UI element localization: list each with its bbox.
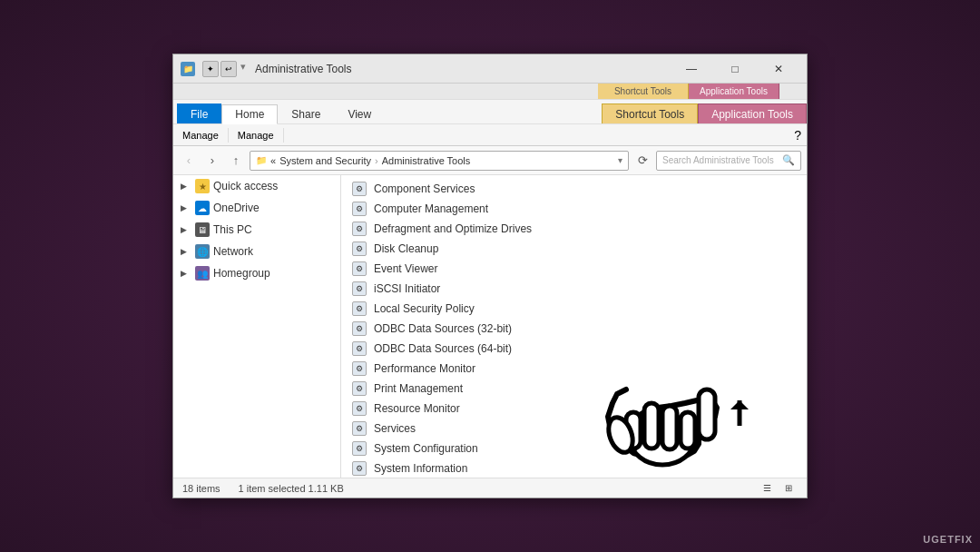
window-controls: — □ ✕ <box>671 55 799 83</box>
file-item[interactable]: ⚙iSCSI Initiator <box>341 279 807 299</box>
search-icon: 🔍 <box>782 154 795 166</box>
file-icon: ⚙ <box>352 421 367 436</box>
forward-button[interactable]: › <box>202 151 222 171</box>
file-item[interactable]: ⚙System Information <box>341 458 807 478</box>
onedrive-expand-icon: ▶ <box>181 203 191 212</box>
file-icon: ⚙ <box>352 441 367 456</box>
file-name: Defragment and Optimize Drives <box>374 222 532 235</box>
file-icon: ⚙ <box>352 222 367 236</box>
file-item[interactable]: ⚙Local Security Policy <box>341 299 807 319</box>
up-button[interactable]: ↑ <box>226 151 246 171</box>
sidebar: ▶ ★ Quick access ▶ ☁ OneDrive ▶ 🖥 This P… <box>173 175 341 478</box>
file-list: ⚙Component Services⚙Computer Management⚙… <box>341 175 807 478</box>
quick-access-btn[interactable]: ✦ <box>202 61 219 77</box>
homegroup-icon: 👥 <box>195 266 210 281</box>
address-crumb-system-security: System and Security <box>279 155 371 166</box>
quick-access-icon: ★ <box>195 179 210 193</box>
file-name: Computer Management <box>374 202 488 215</box>
item-count: 18 items <box>182 483 220 494</box>
sidebar-label-homegroup: Homegroup <box>213 267 270 280</box>
file-name: ODBC Data Sources (64-bit) <box>374 342 512 355</box>
file-icon: ⚙ <box>352 261 367 276</box>
title-bar-separator: ▾ <box>239 61 248 77</box>
address-current: Administrative Tools <box>382 155 471 166</box>
file-item[interactable]: ⚙Resource Monitor <box>341 399 807 419</box>
file-icon: ⚙ <box>352 202 367 216</box>
title-bar: 📁 ✦ ↩ ▾ Administrative Tools — □ ✕ <box>173 54 807 84</box>
quick-access-expand-icon: ▶ <box>181 182 191 191</box>
maximize-button[interactable]: □ <box>714 55 756 83</box>
file-item[interactable]: ⚙ODBC Data Sources (64-bit) <box>341 339 807 359</box>
sidebar-item-this-pc[interactable]: ▶ 🖥 This PC <box>173 219 340 241</box>
search-bar[interactable]: Search Administrative Tools 🔍 <box>656 151 801 171</box>
file-name: iSCSI Initiator <box>374 282 440 295</box>
tab-view[interactable]: View <box>334 104 385 123</box>
file-item[interactable]: ⚙System Configuration <box>341 439 807 458</box>
network-icon: 🌐 <box>195 244 210 259</box>
sidebar-item-onedrive[interactable]: ▶ ☁ OneDrive <box>173 197 340 219</box>
file-icon: ⚙ <box>352 361 367 376</box>
title-bar-icon: 📁 <box>181 62 195 76</box>
empty-context <box>173 84 598 99</box>
view-controls: ☰ ⊞ <box>758 481 798 496</box>
sidebar-label-quick-access: Quick access <box>213 180 278 192</box>
address-separator: › <box>375 155 378 166</box>
context-spacer <box>779 84 807 99</box>
large-icons-view-btn[interactable]: ⊞ <box>779 481 798 496</box>
details-view-btn[interactable]: ☰ <box>758 481 776 496</box>
file-item[interactable]: ⚙Services <box>341 419 807 439</box>
sidebar-item-homegroup[interactable]: ▶ 👥 Homegroup <box>173 262 340 284</box>
file-name: Services <box>374 422 416 435</box>
onedrive-icon: ☁ <box>195 201 210 215</box>
file-icon: ⚙ <box>352 461 367 476</box>
address-dropdown-icon[interactable]: ▾ <box>618 155 622 165</box>
file-item[interactable]: ⚙Defragment and Optimize Drives <box>341 219 807 239</box>
file-name: Resource Monitor <box>374 402 460 415</box>
manage-label-1: Manage <box>182 130 219 141</box>
sidebar-label-network: Network <box>213 245 253 258</box>
ribbon-help-btn[interactable]: ? <box>789 128 807 143</box>
tab-file[interactable]: File <box>177 104 221 123</box>
address-icon: 📁 <box>256 155 267 165</box>
manage-label-2: Manage <box>238 130 274 141</box>
tab-share[interactable]: Share <box>278 104 334 123</box>
selected-status: 1 item selected 1.11 KB <box>239 483 344 494</box>
refresh-button[interactable]: ⟳ <box>632 151 652 171</box>
file-icon: ⚙ <box>352 182 367 196</box>
minimize-button[interactable]: — <box>671 55 712 83</box>
file-item[interactable]: ⚙Component Services <box>341 179 807 199</box>
tab-app-tools[interactable]: Application Tools <box>698 104 807 123</box>
file-name: Local Security Policy <box>374 302 475 315</box>
sidebar-label-onedrive: OneDrive <box>213 202 260 214</box>
file-item[interactable]: ⚙Performance Monitor <box>341 359 807 379</box>
file-icon: ⚙ <box>352 281 367 296</box>
address-bar[interactable]: 📁 « System and Security › Administrative… <box>250 151 629 171</box>
address-crumb-1: « <box>270 155 276 166</box>
file-icon: ⚙ <box>352 321 367 336</box>
window-title: Administrative Tools <box>255 63 671 75</box>
file-name: System Configuration <box>374 442 478 455</box>
file-name: Disk Cleanup <box>374 242 438 255</box>
this-pc-icon: 🖥 <box>195 222 210 237</box>
file-item[interactable]: ⚙ODBC Data Sources (32-bit) <box>341 319 807 339</box>
undo-btn[interactable]: ↩ <box>220 61 237 77</box>
close-button[interactable]: ✕ <box>758 55 799 83</box>
back-button[interactable]: ‹ <box>179 151 199 171</box>
ribbon: File Home Share View Shortcut Tools Appl… <box>173 100 807 146</box>
explorer-window: 📁 ✦ ↩ ▾ Administrative Tools — □ ✕ Short… <box>172 54 808 498</box>
file-icon: ⚙ <box>352 242 367 256</box>
status-bar: 18 items 1 item selected 1.11 KB ☰ ⊞ <box>173 478 807 498</box>
file-item[interactable]: ⚙Computer Management <box>341 199 807 219</box>
ribbon-section-manage2: Manage <box>229 128 284 143</box>
file-item[interactable]: ⚙Print Management <box>341 379 807 399</box>
file-item[interactable]: ⚙Disk Cleanup <box>341 239 807 259</box>
file-item[interactable]: ⚙Event Viewer <box>341 259 807 279</box>
watermark: UGETFIX <box>923 534 973 545</box>
tab-shortcut-tools[interactable]: Shortcut Tools <box>602 104 698 123</box>
file-name: Print Management <box>374 382 463 395</box>
homegroup-expand-icon: ▶ <box>181 269 191 278</box>
sidebar-item-network[interactable]: ▶ 🌐 Network <box>173 241 340 262</box>
tab-home[interactable]: Home <box>221 104 278 124</box>
file-name: System Information <box>374 462 467 475</box>
sidebar-item-quick-access[interactable]: ▶ ★ Quick access <box>173 175 340 197</box>
